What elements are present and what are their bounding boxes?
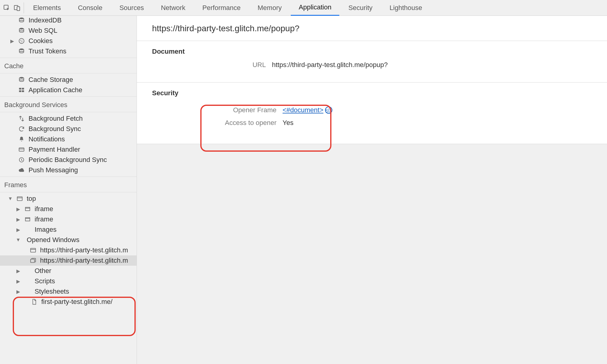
svg-rect-23 xyxy=(25,218,30,221)
tree-label: Payment Handler xyxy=(29,146,80,153)
kv-key-opener: Opener Frame xyxy=(152,106,276,114)
svg-point-4 xyxy=(19,28,24,30)
cookie-icon xyxy=(18,38,25,44)
tab-console[interactable]: Console xyxy=(70,0,110,16)
tree-stylesheets[interactable]: ▶ Stylesheets xyxy=(0,286,137,297)
frame-icon xyxy=(24,206,32,212)
tree-label: Scripts xyxy=(35,277,55,285)
file-icon xyxy=(30,298,38,305)
tree-indexeddb[interactable]: ▶ IndexedDB xyxy=(0,16,137,25)
sidebar: ▶ IndexedDB ▶ Web SQL ▶ Cookies xyxy=(0,16,137,364)
tree-label: Background Fetch xyxy=(29,115,83,123)
tree-opened-window-1[interactable]: https://third-party-test.glitch.me/ xyxy=(0,245,137,255)
database-icon xyxy=(18,48,25,55)
tree-iframe-2[interactable]: ▶ iframe xyxy=(0,214,137,224)
section-bg: Background Services xyxy=(0,96,137,112)
svg-point-6 xyxy=(20,40,21,41)
tree-label: https://third-party-test.glitch.me/ xyxy=(40,246,128,254)
tree-other[interactable]: ▶ Other xyxy=(0,266,137,276)
tab-network[interactable]: Network xyxy=(153,0,193,16)
tree-payment[interactable]: ▶ Payment Handler xyxy=(0,144,137,155)
tab-application[interactable]: Application xyxy=(291,0,339,16)
tree-websql[interactable]: ▶ Web SQL xyxy=(0,25,137,36)
tree-label: Opened Windows xyxy=(27,236,80,244)
cloud-icon xyxy=(18,167,25,174)
tree-label: Cookies xyxy=(29,37,53,45)
tree-label: Web SQL xyxy=(29,27,57,35)
tree-label: https://third-party-test.glitch.me/ xyxy=(40,257,128,265)
svg-point-10 xyxy=(19,49,24,50)
tree-label: Other xyxy=(35,267,51,275)
tab-memory[interactable]: Memory xyxy=(250,0,290,16)
bell-icon xyxy=(18,136,25,143)
section-header: Security xyxy=(152,89,607,97)
tab-performance[interactable]: Performance xyxy=(195,0,249,16)
tree-label: Images xyxy=(35,226,56,234)
database-icon xyxy=(18,27,25,34)
tree-label: Notifications xyxy=(29,135,65,143)
svg-rect-16 xyxy=(19,148,24,151)
tree-trusttokens[interactable]: ▶ Trust Tokens xyxy=(0,46,137,56)
tree-label: Stylesheets xyxy=(35,288,69,295)
tab-elements[interactable]: Elements xyxy=(25,0,69,16)
inspect-icon[interactable] xyxy=(3,4,10,12)
device-toggle-icon[interactable] xyxy=(13,4,21,12)
tree-cookies[interactable]: ▶ Cookies xyxy=(0,36,137,46)
tree-app-cache[interactable]: ▶ Application Cache xyxy=(0,85,137,95)
tree-top[interactable]: ▼ top xyxy=(0,194,137,204)
svg-point-11 xyxy=(19,77,24,79)
tree-label: Application Cache xyxy=(29,86,82,94)
opener-frame-link[interactable]: <#document> </> xyxy=(283,106,332,114)
window-icon xyxy=(16,195,24,202)
tree-cache-storage[interactable]: ▶ Cache Storage xyxy=(0,75,137,85)
tree-label: top xyxy=(27,195,36,203)
tree-opened-windows[interactable]: ▼ Opened Windows xyxy=(0,235,137,245)
tree-images[interactable]: ▶ Images xyxy=(0,224,137,235)
svg-rect-27 xyxy=(31,259,35,262)
tree-push[interactable]: ▶ Push Messaging xyxy=(0,165,137,175)
kv-value-access: Yes xyxy=(283,119,293,127)
devtools-tabbar: Elements Console Sources Network Perform… xyxy=(0,0,607,16)
tree-bg-fetch[interactable]: ▶ Background Fetch xyxy=(0,113,137,124)
tree-iframe-1[interactable]: ▶ iframe xyxy=(0,204,137,214)
svg-point-5 xyxy=(19,39,24,44)
tab-security[interactable]: Security xyxy=(341,0,380,16)
svg-rect-2 xyxy=(17,7,20,11)
tab-lighthouse[interactable]: Lighthouse xyxy=(381,0,430,16)
section-header: Document xyxy=(152,48,607,56)
grid-icon xyxy=(18,87,25,93)
tab-sources[interactable]: Sources xyxy=(111,0,152,16)
reveal-icon: </> xyxy=(325,106,332,114)
main-panel: https://third-party-test.glitch.me/popup… xyxy=(137,16,607,364)
kv-key-access: Access to opener xyxy=(152,119,276,127)
link-text: <#document> xyxy=(283,106,324,114)
svg-point-7 xyxy=(22,40,22,40)
svg-rect-14 xyxy=(19,90,21,92)
svg-point-3 xyxy=(19,18,24,19)
svg-rect-21 xyxy=(25,207,30,211)
database-icon xyxy=(18,76,25,83)
clock-icon xyxy=(18,157,25,163)
svg-point-9 xyxy=(22,41,23,42)
tree-scripts[interactable]: ▶ Scripts xyxy=(0,276,137,286)
tree-periodic-sync[interactable]: ▶ Periodic Background Sync xyxy=(0,155,137,165)
sync-icon xyxy=(18,126,25,132)
window-icon xyxy=(29,247,37,254)
tree-label: Push Messaging xyxy=(29,166,78,174)
tree-notifications[interactable]: ▶ Notifications xyxy=(0,134,137,144)
tree-label: iframe xyxy=(35,215,53,223)
tree-label: first-party-test.glitch.me/ xyxy=(41,298,113,306)
tree-label: IndexedDB xyxy=(29,16,62,24)
svg-point-8 xyxy=(21,42,22,42)
frame-icon xyxy=(24,216,32,223)
tree-opened-window-2[interactable]: https://third-party-test.glitch.me/ xyxy=(0,255,137,266)
tree-file[interactable]: ▶ first-party-test.glitch.me/ xyxy=(0,297,137,307)
section-cache: Cache xyxy=(0,58,137,73)
tree-bg-sync[interactable]: ▶ Background Sync xyxy=(0,124,137,134)
page-title: https://third-party-test.glitch.me/popup… xyxy=(137,16,607,41)
tree-label: Trust Tokens xyxy=(29,47,66,55)
svg-rect-25 xyxy=(31,248,36,252)
svg-rect-13 xyxy=(22,88,24,90)
kv-key-url: URL xyxy=(152,61,266,69)
database-icon xyxy=(18,17,25,24)
